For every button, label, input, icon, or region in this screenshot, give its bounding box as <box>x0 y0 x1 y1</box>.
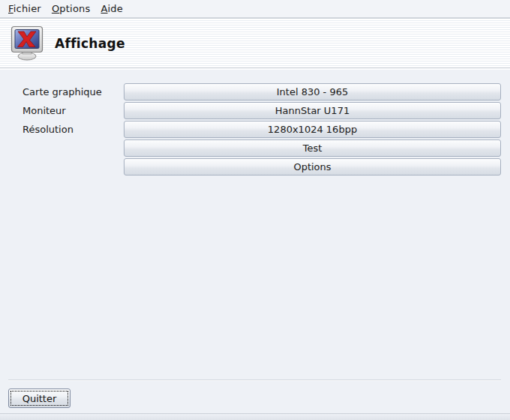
menu-options[interactable]: Options <box>46 2 96 16</box>
page-title: Affichage <box>55 36 125 51</box>
row-options: Options <box>0 158 510 176</box>
main-content: Carte graphique Intel 830 - 965 Moniteur… <box>0 70 510 413</box>
monitor-button[interactable]: HannStar U171 <box>124 102 501 119</box>
row-resolution: Résolution 1280x1024 16bpp <box>0 120 510 139</box>
resolution-label: Résolution <box>22 124 124 135</box>
row-test: Test <box>0 139 510 158</box>
monitor-label: Moniteur <box>22 105 124 116</box>
row-graphics-card: Carte graphique Intel 830 - 965 <box>0 82 510 101</box>
menu-options-rest: ptions <box>59 3 90 14</box>
menu-aide-accel: A <box>100 3 107 14</box>
menu-aide[interactable]: Aide <box>95 2 128 16</box>
menu-fichier[interactable]: Fichier <box>3 2 46 16</box>
vertical-spacer <box>0 176 510 380</box>
menu-bar: Fichier Options Aide <box>0 0 510 19</box>
menu-aide-rest: ide <box>108 3 123 14</box>
page-header: Affichage <box>0 19 510 68</box>
menu-fichier-accel: F <box>8 3 14 14</box>
menu-fichier-rest: ichier <box>14 3 41 14</box>
graphics-card-button[interactable]: Intel 830 - 965 <box>124 83 501 100</box>
quit-button[interactable]: Quitter <box>8 388 70 408</box>
graphics-card-label: Carte graphique <box>22 86 124 98</box>
x11-monitor-icon <box>9 25 45 62</box>
status-bar <box>0 413 510 420</box>
row-monitor: Moniteur HannStar U171 <box>0 101 510 120</box>
footer: Quitter <box>0 381 510 413</box>
resolution-button[interactable]: 1280x1024 16bpp <box>124 121 501 138</box>
options-button[interactable]: Options <box>124 158 501 176</box>
test-button[interactable]: Test <box>124 140 501 157</box>
menu-options-accel: O <box>52 3 59 14</box>
